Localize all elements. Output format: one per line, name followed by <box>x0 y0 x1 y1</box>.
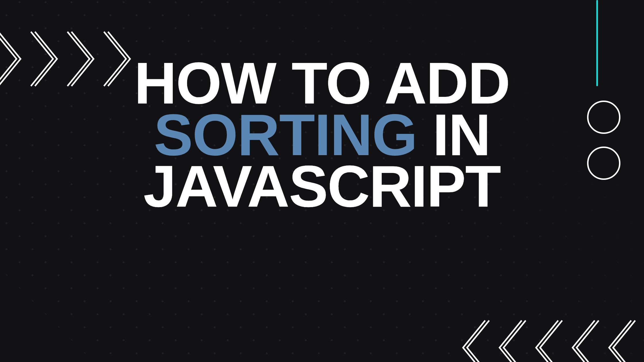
headline-line-3: JAVASCRIPT <box>23 161 621 212</box>
chevron-left-icon <box>572 317 602 362</box>
chevron-group-bottom-right <box>462 317 638 362</box>
chevron-left-icon <box>535 317 565 362</box>
headline: HOW TO ADD SORTING IN JAVASCRIPT <box>0 57 644 212</box>
headline-line-2: SORTING IN <box>23 109 621 161</box>
chevron-left-icon <box>608 317 638 362</box>
chevron-left-icon <box>462 317 492 362</box>
headline-line-1: HOW TO ADD <box>23 57 621 109</box>
chevron-left-icon <box>499 317 529 362</box>
